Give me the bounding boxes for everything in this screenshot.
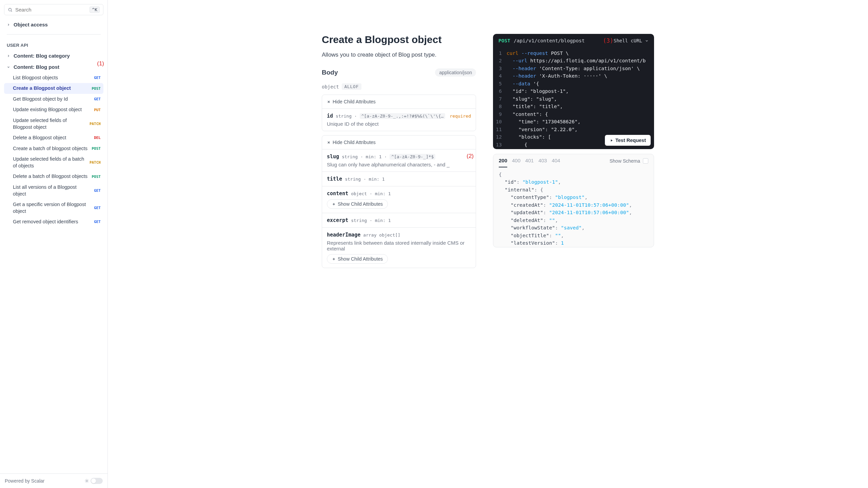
chevron-down-icon bbox=[7, 65, 11, 69]
response-tab[interactable]: 200 bbox=[499, 158, 507, 167]
language-selector[interactable]: Shell cURL bbox=[614, 38, 649, 43]
sidebar-item-label: Update selected fields of a batch of obj… bbox=[13, 156, 85, 169]
response-body: { id: blogpost-1, internal: { contentTyp… bbox=[493, 167, 654, 247]
sidebar-item-label: Get Blogpost object by Id bbox=[13, 96, 90, 103]
code-line: 3 --header 'Content-Type: application/js… bbox=[493, 65, 654, 72]
sidebar-footer: Powered by Scalar bbox=[0, 473, 107, 488]
test-request-button[interactable]: Test Request bbox=[605, 135, 651, 146]
code-line: 2 --url https://api.flotiq.com/api/v1/co… bbox=[493, 57, 654, 64]
code-method: POST bbox=[498, 38, 510, 43]
attr-card-rest: Hide Child Attributes slug string · min:… bbox=[322, 135, 476, 268]
attr-type: string · min: 1 · bbox=[342, 154, 387, 159]
code-line: 9 "content": { bbox=[493, 110, 654, 118]
sidebar-item[interactable]: Create a batch of blogpost objectsPOST bbox=[4, 143, 103, 154]
search-input[interactable] bbox=[15, 7, 87, 13]
code-line: 7 "slug": "slug", bbox=[493, 95, 654, 103]
attr-pattern: ^[a-zA-Z0-9-_.,:=!?#$%&(\`\'\{… bbox=[360, 113, 446, 119]
method-tag: GET bbox=[93, 97, 101, 101]
attr-type: string · bbox=[336, 114, 357, 119]
powered-by[interactable]: Powered by Scalar bbox=[5, 478, 45, 484]
attr-name: content bbox=[327, 190, 348, 197]
code-line: 10 "time": "1730458626", bbox=[493, 118, 654, 125]
response-tab[interactable]: 400 bbox=[512, 158, 520, 167]
show-child-button[interactable]: Show Child Attributes bbox=[327, 199, 388, 209]
sidebar-item[interactable]: Get a specific version of Blogpost objec… bbox=[4, 199, 103, 217]
chevron-right-icon bbox=[7, 23, 11, 26]
nav-object-access[interactable]: Object access bbox=[4, 19, 103, 30]
method-tag: GET bbox=[93, 76, 101, 80]
attr-type: array object[] bbox=[363, 232, 400, 238]
plus-icon bbox=[332, 257, 336, 261]
sidebar-item[interactable]: Update selected fields of a batch of obj… bbox=[4, 154, 103, 171]
sidebar-item[interactable]: Get removed object identifiersGET bbox=[4, 217, 103, 227]
attr-name: title bbox=[327, 176, 342, 182]
method-tag: GET bbox=[93, 188, 101, 193]
sidebar-item-label: List Blogpost objects bbox=[13, 75, 90, 81]
sidebar-item-label: List all versions of a Blogpost object bbox=[13, 184, 90, 197]
code-line: 4 --header 'X-Auth-Token: ·····' \ bbox=[493, 72, 654, 80]
sidebar-item-label: Get a specific version of Blogpost objec… bbox=[13, 201, 90, 215]
method-tag: PUT bbox=[93, 108, 101, 112]
code-line: 6 "id": "blogpost-1", bbox=[493, 87, 654, 95]
attr-desc: Represents link between data stored inte… bbox=[327, 240, 471, 251]
search-kbd: ^K bbox=[90, 6, 100, 13]
search-box[interactable]: ^K bbox=[4, 4, 103, 15]
sidebar-item[interactable]: Get Blogpost object by IdGET bbox=[4, 94, 103, 105]
attr-required: required bbox=[450, 114, 471, 119]
attr-card-id: Hide Child Attributes id string · ^[a-zA… bbox=[322, 95, 476, 131]
section-title: USER API bbox=[4, 39, 103, 50]
svg-point-1 bbox=[86, 480, 88, 482]
sidebar-item[interactable]: Update selected fields of Blogpost objec… bbox=[4, 115, 103, 133]
main: Create a Blogpost object Allows you to c… bbox=[108, 0, 868, 488]
sun-icon bbox=[84, 479, 89, 483]
overlay-annotation: (3) bbox=[603, 37, 613, 44]
method-tag: POST bbox=[91, 146, 101, 151]
response-tab[interactable]: 403 bbox=[538, 158, 547, 167]
hide-child-toggle[interactable]: Hide Child Attributes bbox=[327, 99, 471, 104]
attr-type: string · min: 1 bbox=[345, 177, 384, 182]
allof-pill: ALLOF bbox=[342, 83, 361, 90]
method-tag: POST bbox=[91, 86, 101, 91]
method-tag: PATCH bbox=[88, 122, 101, 126]
nav-blog-category[interactable]: Content: Blog category bbox=[4, 50, 103, 61]
code-path: /api/v1/content/blogpost bbox=[514, 38, 585, 43]
code-line: 11 "version": "2.22.0", bbox=[493, 126, 654, 133]
chevron-down-icon bbox=[645, 39, 649, 43]
sidebar-item-label: Update selected fields of Blogpost objec… bbox=[13, 117, 85, 130]
checkbox[interactable] bbox=[643, 158, 648, 164]
sidebar-item-label: Update existing Blogpost object bbox=[13, 106, 90, 113]
attr-pattern: ^[a-zA-Z0-9-_]*$ bbox=[390, 154, 435, 160]
sidebar-item[interactable]: List Blogpost objectsGET bbox=[4, 73, 103, 83]
sidebar-item[interactable]: Delete a Blogpost objectDEL bbox=[4, 133, 103, 143]
attr-name: slug bbox=[327, 154, 339, 160]
show-child-button[interactable]: Show Child Attributes bbox=[327, 254, 388, 264]
attr-type: object · min: 1 bbox=[351, 191, 391, 196]
sidebar-item[interactable]: Create a Blogpost objectPOST bbox=[4, 83, 103, 94]
sidebar-item-label: Delete a batch of Blogpost objects bbox=[13, 173, 88, 180]
response-tab[interactable]: 401 bbox=[525, 158, 534, 167]
sidebar-item-label: Create a Blogpost object bbox=[13, 85, 88, 92]
sidebar: ^K Object access USER API Content: Blog … bbox=[0, 0, 108, 488]
attr-name: excerpt bbox=[327, 217, 348, 223]
attr-name: id bbox=[327, 113, 333, 119]
response-tab[interactable]: 404 bbox=[552, 158, 560, 167]
play-icon bbox=[610, 139, 613, 142]
method-tag: DEL bbox=[93, 136, 101, 140]
hide-child-toggle[interactable]: Hide Child Attributes bbox=[327, 140, 471, 145]
method-tag: GET bbox=[93, 206, 101, 210]
sidebar-item[interactable]: Update existing Blogpost objectPUT bbox=[4, 104, 103, 115]
schema-object-label: object bbox=[322, 84, 339, 89]
close-icon bbox=[327, 141, 331, 144]
sidebar-item[interactable]: List all versions of a Blogpost objectGE… bbox=[4, 182, 103, 199]
close-icon bbox=[327, 100, 331, 104]
nav-blog-post[interactable]: Content: Blog post (1) bbox=[4, 62, 103, 73]
method-tag: PATCH bbox=[88, 160, 101, 165]
page-title: Create a Blogpost object bbox=[322, 34, 476, 45]
show-schema-toggle[interactable]: Show Schema bbox=[610, 158, 648, 167]
sidebar-item[interactable]: Delete a batch of Blogpost objectsPOST bbox=[4, 171, 103, 182]
content-type-pill: application/json bbox=[435, 68, 476, 77]
theme-toggle[interactable] bbox=[91, 478, 103, 484]
attr-desc: Unique ID of the object bbox=[327, 121, 471, 127]
code-line: 8 "title": "title", bbox=[493, 103, 654, 110]
sidebar-item-label: Get removed object identifiers bbox=[13, 219, 90, 225]
